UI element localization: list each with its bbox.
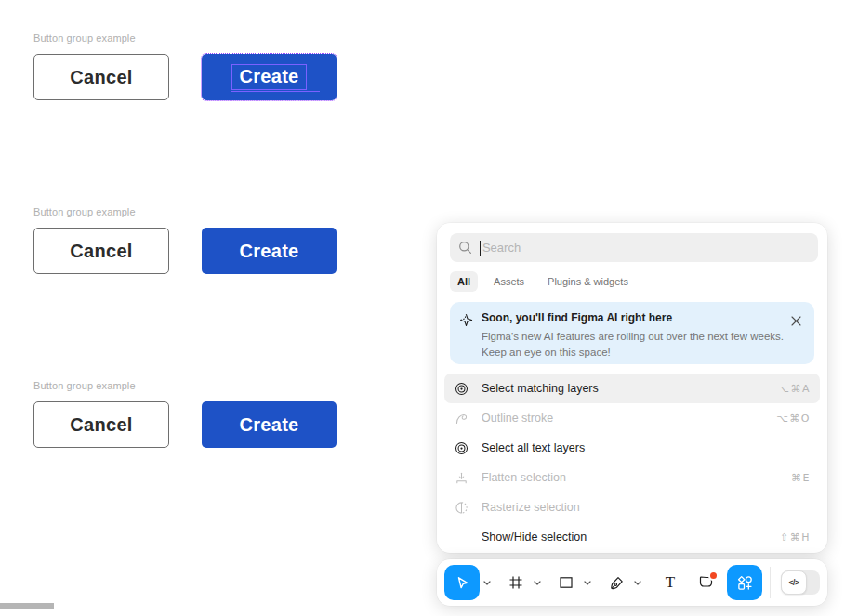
group-label: Button group example — [33, 33, 337, 44]
text-baseline-indicator — [231, 91, 320, 92]
actions-menu: Select matching layers ⌥⌘A Outline strok… — [444, 374, 820, 552]
menu-item-label: Flatten selection — [482, 471, 791, 484]
toolbar-right-section: </> — [764, 567, 820, 598]
menu-item-shortcut: ⌥⌘A — [777, 383, 811, 395]
move-tool[interactable] — [444, 565, 480, 600]
horizontal-scrollbar[interactable] — [0, 603, 54, 609]
create-button[interactable]: Create — [202, 228, 337, 274]
tab-all[interactable]: All — [450, 271, 478, 292]
banner-description: Figma's new AI features are rolling out … — [482, 329, 790, 361]
toolbar: T </> — [437, 559, 827, 606]
menu-item-shortcut: ⌥⌘O — [776, 413, 811, 425]
menu-item-select-all-text-layers[interactable]: Select all text layers — [444, 433, 820, 463]
create-button[interactable]: Create — [202, 401, 337, 448]
ai-sparkle-icon — [459, 311, 482, 355]
menu-item-label: Select all text layers — [482, 441, 811, 454]
dev-mode-toggle[interactable]: </> — [781, 570, 820, 595]
shape-tool[interactable] — [552, 565, 580, 600]
outline-stroke-icon — [454, 411, 469, 426]
search-input[interactable] — [482, 241, 810, 255]
search-input-wrapper[interactable] — [450, 233, 818, 262]
comment-tool[interactable] — [692, 565, 719, 600]
button-group-2: Button group example Cancel Create — [33, 206, 337, 274]
cancel-button[interactable]: Cancel — [33, 54, 169, 100]
menu-item-show-hide-selection[interactable]: Show/Hide selection ⇧⌘H — [444, 522, 820, 552]
figma-ai-banner: Soon, you'll find Figma AI right here Fi… — [450, 302, 814, 364]
banner-title: Soon, you'll find Figma AI right here — [482, 311, 790, 324]
create-button-label: Create — [239, 66, 298, 86]
menu-item-label: Select matching layers — [482, 382, 777, 395]
pen-icon — [609, 575, 625, 591]
select-matching-icon — [454, 381, 469, 396]
chevron-down-icon[interactable] — [580, 565, 595, 600]
rasterize-icon — [454, 500, 469, 515]
button-group-3: Button group example Cancel Create — [33, 380, 337, 448]
banner-text: Soon, you'll find Figma AI right here Fi… — [482, 311, 790, 355]
text-tool[interactable]: T — [656, 565, 684, 600]
toolbar-divider — [770, 567, 771, 598]
quick-actions-panel: All Assets Plugins & widgets Soon, you'l… — [437, 223, 827, 553]
close-icon[interactable] — [788, 313, 803, 328]
flatten-icon — [454, 470, 469, 485]
menu-item-rasterize-selection[interactable]: Rasterize selection — [444, 492, 820, 522]
menu-item-flatten-selection[interactable]: Flatten selection ⌘E — [444, 463, 820, 492]
pen-tool[interactable] — [602, 565, 630, 600]
move-cursor-icon — [455, 575, 470, 591]
notification-dot — [710, 572, 717, 579]
search-icon — [458, 241, 472, 255]
chevron-down-icon[interactable] — [530, 565, 545, 600]
rectangle-icon — [559, 575, 574, 590]
dev-mode-icon: </> — [781, 570, 807, 595]
frame-tool[interactable] — [502, 565, 530, 600]
menu-item-select-matching-layers[interactable]: Select matching layers ⌥⌘A — [444, 374, 820, 403]
actions-button[interactable] — [727, 565, 762, 600]
chevron-down-icon[interactable] — [480, 565, 495, 600]
select-matching-icon — [454, 440, 469, 455]
group-label: Button group example — [33, 380, 337, 391]
menu-item-shortcut: ⌘E — [791, 472, 811, 484]
group-label: Button group example — [33, 206, 337, 217]
text-cursor — [480, 241, 481, 256]
frame-icon — [508, 575, 523, 590]
create-button[interactable]: Create — [202, 54, 337, 100]
button-group-1: Button group example Cancel Create — [33, 33, 337, 100]
filter-tabs: All Assets Plugins & widgets — [450, 271, 636, 292]
tab-plugins-widgets[interactable]: Plugins & widgets — [540, 271, 636, 292]
tab-assets[interactable]: Assets — [486, 271, 532, 292]
figma-canvas: Button group example Cancel Create Butto… — [0, 0, 858, 616]
menu-item-label: Outline stroke — [482, 412, 776, 425]
actions-icon — [737, 575, 753, 591]
cancel-button[interactable]: Cancel — [33, 228, 169, 274]
no-icon-spacer — [454, 530, 469, 544]
cancel-button[interactable]: Cancel — [33, 401, 169, 448]
menu-item-label: Show/Hide selection — [482, 531, 780, 544]
menu-item-outline-stroke[interactable]: Outline stroke ⌥⌘O — [444, 403, 820, 433]
text-tool-icon: T — [666, 573, 675, 592]
text-selection-outline: Create — [231, 64, 306, 90]
menu-item-label: Rasterize selection — [482, 501, 811, 514]
chevron-down-icon[interactable] — [630, 565, 645, 600]
menu-item-shortcut: ⇧⌘H — [780, 531, 811, 544]
